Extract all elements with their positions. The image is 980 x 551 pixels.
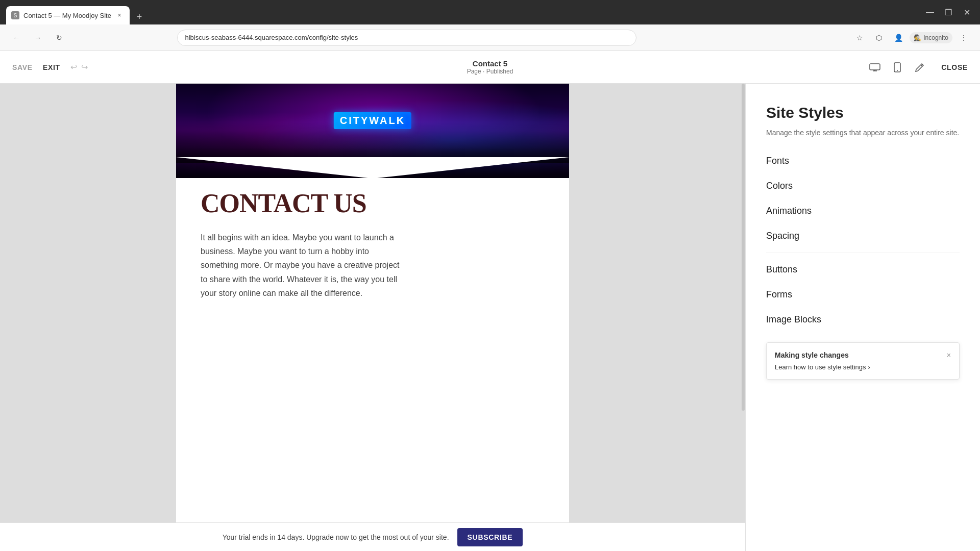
refresh-button[interactable]: ↻ [51, 30, 67, 46]
tooltip-link-text: Learn how to use style settings [775, 363, 866, 371]
header-right: CLOSE [866, 58, 968, 77]
minimize-button[interactable]: — [923, 5, 937, 19]
contact-heading: CONTACT US [201, 188, 545, 218]
svg-point-4 [897, 70, 898, 71]
hero-chevron [176, 157, 569, 178]
forward-button[interactable]: → [30, 30, 46, 46]
colors-menu-item[interactable]: Colors [766, 173, 960, 198]
panel-title: Site Styles [766, 104, 960, 121]
desktop-view-icon[interactable] [866, 58, 884, 77]
incognito-label: Incognito [923, 34, 948, 41]
tooltip-header: Making style changes × [775, 351, 951, 359]
scroll-thumb [742, 84, 745, 411]
trial-banner: Your trial ends in 14 days. Upgrade now … [0, 522, 745, 551]
style-tooltip: Making style changes × Learn how to use … [766, 342, 960, 380]
buttons-menu-item[interactable]: Buttons [766, 257, 960, 282]
scrollbar[interactable] [740, 84, 745, 551]
fonts-menu-item[interactable]: Fonts [766, 148, 960, 173]
tooltip-close-button[interactable]: × [947, 351, 951, 359]
tab-close-button[interactable]: × [115, 11, 124, 19]
tab-favicon: S [11, 11, 19, 19]
window-controls: — ❐ ✕ [923, 5, 974, 19]
browser-tabs: S Contact 5 — My Moodjoy Site × + [6, 0, 919, 24]
svg-rect-0 [870, 64, 880, 70]
save-button[interactable]: SAVE [12, 63, 33, 71]
forms-menu-item[interactable]: Forms [766, 282, 960, 307]
toolbar-right: ☆ ⬡ 👤 🕵 Incognito ⋮ [851, 30, 972, 46]
style-menu: Fonts Colors Animations Spacing Buttons … [746, 148, 980, 332]
incognito-badge: 🕵 Incognito [910, 32, 952, 43]
incognito-icon: 🕵 [914, 34, 921, 41]
page-name: Contact 5 [467, 59, 513, 68]
browser-chrome: S Contact 5 — My Moodjoy Site × + — ❐ ✕ [0, 0, 980, 24]
redo-icon[interactable]: ↪ [81, 62, 88, 72]
extensions-icon[interactable]: ⬡ [871, 30, 887, 46]
menu-divider [766, 253, 960, 253]
bookmark-icon[interactable]: ☆ [851, 30, 868, 46]
active-tab[interactable]: S Contact 5 — My Moodjoy Site × [6, 6, 130, 24]
header-center: Contact 5 Page · Published [467, 59, 513, 75]
spacing-menu-item[interactable]: Spacing [766, 223, 960, 248]
image-blocks-menu-item[interactable]: Image Blocks [766, 307, 960, 332]
hero-section: CITYWALK [176, 84, 569, 178]
right-panel: Site Styles Manage the style settings th… [745, 84, 980, 551]
view-icons [866, 58, 929, 77]
edit-icon[interactable] [911, 58, 929, 77]
main-area: CITYWALK CONTACT US It all begins with a… [0, 84, 980, 551]
animations-menu-item[interactable]: Animations [766, 198, 960, 223]
app-header: SAVE EXIT ↩ ↪ Contact 5 Page · Published… [0, 51, 980, 84]
tooltip-chevron: › [868, 363, 870, 371]
close-window-button[interactable]: ✕ [960, 5, 974, 19]
subscribe-button[interactable]: SUBSCRIBE [457, 528, 523, 546]
back-button[interactable]: ← [8, 30, 24, 46]
page-status: Page · Published [467, 68, 513, 75]
undo-icon[interactable]: ↩ [70, 62, 77, 72]
address-bar[interactable]: hibiscus-seabass-6444.squarespace.com/co… [177, 30, 636, 46]
contact-body: It all begins with an idea. Maybe you wa… [201, 231, 405, 300]
restore-button[interactable]: ❐ [941, 5, 955, 19]
profile-icon[interactable]: 👤 [890, 30, 906, 46]
panel-header: Site Styles Manage the style settings th… [746, 84, 980, 148]
svg-line-5 [921, 65, 922, 66]
page-preview[interactable]: CITYWALK CONTACT US It all begins with a… [0, 84, 745, 551]
mobile-view-icon[interactable] [888, 58, 906, 77]
history-controls: ↩ ↪ [70, 62, 88, 72]
new-tab-button[interactable]: + [132, 9, 147, 24]
preview-inner: CITYWALK CONTACT US It all begins with a… [176, 84, 569, 551]
header-left: SAVE EXIT ↩ ↪ [12, 62, 88, 72]
url-text: hibiscus-seabass-6444.squarespace.com/co… [185, 34, 358, 41]
close-panel-button[interactable]: CLOSE [941, 63, 968, 71]
exit-button[interactable]: EXIT [43, 63, 60, 71]
tooltip-link[interactable]: Learn how to use style settings › [775, 363, 951, 371]
trial-text: Your trial ends in 14 days. Upgrade now … [223, 533, 449, 541]
menu-icon[interactable]: ⋮ [955, 30, 972, 46]
address-bar-row: ← → ↻ hibiscus-seabass-6444.squarespace.… [0, 24, 980, 51]
tab-title: Contact 5 — My Moodjoy Site [23, 12, 111, 19]
citywalk-sign: CITYWALK [334, 112, 411, 129]
panel-description: Manage the style settings that appear ac… [766, 128, 960, 138]
tooltip-title: Making style changes [775, 351, 849, 359]
content-section: CONTACT US It all begins with an idea. M… [176, 178, 569, 320]
